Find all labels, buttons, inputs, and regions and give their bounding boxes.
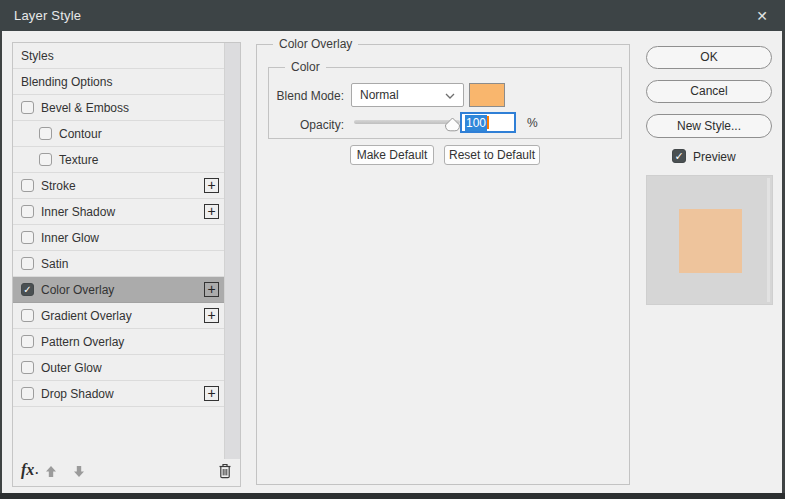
unchecked-checkbox-icon[interactable]	[21, 335, 34, 348]
window-border-left	[0, 31, 2, 499]
sidebar-item-label: Pattern Overlay	[41, 335, 124, 349]
sidebar-item-texture[interactable]: Texture	[13, 147, 224, 173]
delete-effect-trash-icon[interactable]	[218, 463, 232, 479]
sidebar-item-color-overlay[interactable]: ✓Color Overlay+	[13, 277, 224, 303]
add-effect-instance-plus-icon[interactable]: +	[204, 204, 219, 219]
color-group-title: Color	[285, 60, 326, 74]
window-border-bottom	[0, 493, 785, 499]
sidebar-item-label: Inner Glow	[41, 231, 99, 245]
sidebar-item-inner-shadow[interactable]: Inner Shadow+	[13, 199, 224, 225]
preview-box-edge	[767, 178, 770, 302]
chevron-down-icon	[445, 93, 455, 99]
unchecked-checkbox-icon[interactable]	[39, 153, 52, 166]
add-effect-instance-plus-icon[interactable]: +	[204, 386, 219, 401]
styles-list: StylesBlending OptionsBevel & EmbossCont…	[13, 43, 224, 459]
unchecked-checkbox-icon[interactable]	[21, 179, 34, 192]
fx-dot: .	[35, 463, 38, 478]
sidebar-item-drop-shadow[interactable]: Drop Shadow+	[13, 381, 224, 407]
sidebar-item-styles[interactable]: Styles	[13, 43, 224, 69]
sidebar-item-stroke[interactable]: Stroke+	[13, 173, 224, 199]
sidebar-item-label: Inner Shadow	[41, 205, 115, 219]
color-overlay-group: Color Overlay Color Blend Mode: Normal O…	[256, 44, 630, 485]
add-effect-instance-plus-icon[interactable]: +	[204, 178, 219, 193]
unchecked-checkbox-icon[interactable]	[21, 257, 34, 270]
sidebar-item-outer-glow[interactable]: Outer Glow	[13, 355, 224, 381]
styles-panel: StylesBlending OptionsBevel & EmbossCont…	[12, 42, 241, 487]
move-effect-down-icon[interactable]	[73, 465, 85, 478]
opacity-label: Opacity:	[269, 118, 344, 132]
close-icon[interactable]: ✕	[751, 6, 773, 26]
unchecked-checkbox-icon[interactable]	[39, 127, 52, 140]
unchecked-checkbox-icon[interactable]	[21, 231, 34, 244]
reset-to-default-button[interactable]: Reset to Default	[444, 145, 540, 165]
make-default-button[interactable]: Make Default	[350, 145, 434, 165]
sidebar-item-label: Blending Options	[21, 75, 112, 89]
move-effect-up-icon[interactable]	[45, 465, 57, 478]
preview-label: Preview	[693, 150, 736, 164]
unchecked-checkbox-icon[interactable]	[21, 205, 34, 218]
sidebar-item-pattern-overlay[interactable]: Pattern Overlay	[13, 329, 224, 355]
fx-icon: fx	[21, 461, 34, 478]
sidebar-item-satin[interactable]: Satin	[13, 251, 224, 277]
overlay-color-swatch[interactable]	[469, 83, 505, 107]
layer-style-dialog: Layer Style ✕ StylesBlending OptionsBeve…	[0, 0, 785, 499]
blend-mode-value: Normal	[360, 88, 399, 102]
preview-color-swatch	[679, 209, 742, 273]
preview-thumbnail	[646, 175, 773, 305]
color-overlay-group-title: Color Overlay	[273, 37, 358, 51]
sidebar-item-label: Drop Shadow	[41, 387, 114, 401]
blend-mode-select[interactable]: Normal	[351, 83, 464, 107]
titlebar: Layer Style ✕	[0, 0, 785, 31]
sidebar-item-inner-glow[interactable]: Inner Glow	[13, 225, 224, 251]
sidebar-item-gradient-overlay[interactable]: Gradient Overlay+	[13, 303, 224, 329]
opacity-value: 100	[465, 115, 487, 131]
sidebar-item-bevel-emboss[interactable]: Bevel & Emboss	[13, 95, 224, 121]
sidebar-item-label: Outer Glow	[41, 361, 102, 375]
color-group: Color Blend Mode: Normal Opacity: 100 %	[268, 67, 622, 139]
sidebar-item-label: Stroke	[41, 179, 76, 193]
sidebar-item-contour[interactable]: Contour	[13, 121, 224, 147]
sidebar-item-label: Texture	[59, 153, 98, 167]
opacity-slider[interactable]	[354, 112, 464, 132]
sidebar-item-label: Styles	[21, 49, 54, 63]
opacity-unit-label: %	[527, 116, 538, 130]
opacity-slider-thumb[interactable]	[444, 117, 461, 132]
ok-button[interactable]: OK	[646, 46, 772, 69]
checked-checkbox-icon[interactable]: ✓	[21, 283, 34, 296]
unchecked-checkbox-icon[interactable]	[21, 309, 34, 322]
sidebar-item-label: Color Overlay	[41, 283, 114, 297]
dialog-title: Layer Style	[14, 8, 81, 23]
add-effect-instance-plus-icon[interactable]: +	[204, 308, 219, 323]
sidebar-item-blending-options[interactable]: Blending Options	[13, 69, 224, 95]
cancel-button[interactable]: Cancel	[646, 80, 772, 103]
opacity-input[interactable]: 100	[460, 112, 516, 133]
unchecked-checkbox-icon[interactable]	[21, 387, 34, 400]
sidebar-item-label: Contour	[59, 127, 102, 141]
styles-footer-toolbar: fx.	[13, 459, 240, 486]
add-effect-fx-button[interactable]: fx.	[21, 461, 34, 479]
text-caret	[487, 116, 489, 129]
sidebar-item-label: Bevel & Emboss	[41, 101, 129, 115]
unchecked-checkbox-icon[interactable]	[21, 361, 34, 374]
sidebar-item-label: Satin	[41, 257, 68, 271]
blend-mode-label: Blend Mode:	[269, 89, 344, 103]
preview-checkbox[interactable]: ✓	[672, 149, 686, 163]
styles-scrollbar[interactable]	[224, 43, 240, 459]
new-style-button[interactable]: New Style...	[646, 114, 772, 138]
sidebar-item-label: Gradient Overlay	[41, 309, 132, 323]
unchecked-checkbox-icon[interactable]	[21, 101, 34, 114]
add-effect-instance-plus-icon[interactable]: +	[204, 282, 219, 297]
